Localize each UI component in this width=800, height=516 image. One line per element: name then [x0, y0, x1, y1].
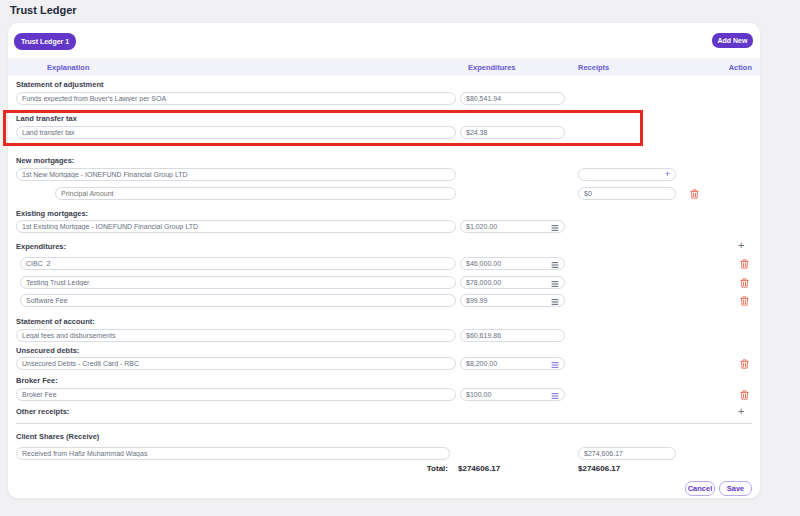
- land-transfer-tax-explanation-input[interactable]: [16, 126, 456, 139]
- total-label: Total:: [408, 464, 448, 473]
- expenditure-row-amount-input[interactable]: [460, 294, 565, 307]
- new-mortgage-explanation-input[interactable]: [16, 168, 456, 181]
- expenditure-row-explanation-input[interactable]: [20, 276, 456, 289]
- total-receipts-value: $274606.17: [578, 464, 620, 473]
- column-header-action: Action: [702, 63, 752, 72]
- tab-trust-ledger-1[interactable]: Trust Ledger 1: [14, 33, 76, 50]
- new-mortgage-receipt-input[interactable]: [578, 168, 676, 181]
- section-label-land-transfer-tax: Land transfer tax: [16, 114, 77, 123]
- principal-amount-input[interactable]: [55, 187, 456, 200]
- add-new-button[interactable]: Add New: [712, 33, 753, 48]
- breakdown-menu-icon[interactable]: [551, 296, 559, 306]
- section-label-unsecured-debts: Unsecured debts:: [16, 346, 79, 355]
- new-mortgage-receipt-field: +: [578, 168, 676, 181]
- delete-expenditure-button[interactable]: [740, 296, 749, 306]
- broker-fee-expenditure-field: [460, 388, 565, 401]
- broker-fee-expenditure-input[interactable]: [460, 388, 565, 401]
- section-label-other-receipts: Other receipts:: [16, 407, 69, 416]
- delete-unsecured-debt-button[interactable]: [740, 359, 749, 369]
- breakdown-menu-icon[interactable]: [551, 359, 559, 369]
- statement-of-adjustment-explanation-input[interactable]: [16, 92, 456, 105]
- page-title: Trust Ledger: [10, 4, 77, 16]
- trust-ledger-card: Trust Ledger 1 Add New Explanation Expen…: [8, 23, 760, 498]
- delete-broker-fee-button[interactable]: [740, 390, 749, 400]
- section-label-statement-of-account: Statement of account:: [16, 317, 95, 326]
- delete-principal-button[interactable]: [690, 189, 699, 199]
- trash-icon: [740, 390, 749, 400]
- delete-expenditure-button[interactable]: [740, 278, 749, 288]
- existing-mortgage-expenditure-field: [460, 220, 565, 233]
- add-other-receipt-button[interactable]: +: [738, 406, 744, 416]
- trash-icon: [740, 278, 749, 288]
- trash-icon: [690, 189, 699, 199]
- expenditure-row-explanation-input[interactable]: [20, 294, 456, 307]
- breakdown-menu-icon[interactable]: [551, 259, 559, 269]
- column-header-explanation: Explanation: [47, 63, 90, 72]
- client-shares-receipt-input[interactable]: [578, 447, 676, 460]
- section-label-expenditures: Expenditures:: [16, 242, 66, 251]
- expenditure-row-amount-field: [460, 294, 565, 307]
- column-header-band: [8, 58, 760, 75]
- principal-receipt-input[interactable]: [578, 187, 676, 200]
- existing-mortgage-explanation-input[interactable]: [16, 220, 456, 233]
- expenditure-row-amount-field: [460, 276, 565, 289]
- land-transfer-tax-expenditure-input[interactable]: [460, 126, 565, 139]
- section-label-broker-fee: Broker Fee:: [16, 376, 58, 385]
- client-shares-explanation-input[interactable]: [16, 447, 450, 460]
- section-divider: [16, 423, 752, 424]
- total-expenditures-value: $274606.17: [458, 464, 500, 473]
- statement-of-account-explanation-input[interactable]: [16, 329, 456, 342]
- add-expenditure-button[interactable]: +: [738, 240, 744, 250]
- expenditure-row-amount-input[interactable]: [460, 257, 565, 270]
- section-label-statement-of-adjustment: Statement of adjustment: [16, 80, 104, 89]
- save-button[interactable]: Save: [719, 481, 752, 496]
- column-header-expenditures: Expenditures: [468, 63, 516, 72]
- breakdown-menu-icon[interactable]: [551, 222, 559, 232]
- unsecured-debts-expenditure-field: [460, 357, 565, 370]
- add-principal-icon[interactable]: +: [665, 170, 670, 179]
- statement-of-account-expenditure-input[interactable]: [460, 329, 565, 342]
- unsecured-debts-explanation-input[interactable]: [16, 357, 456, 370]
- trust-ledger-page: Trust Ledger Trust Ledger 1 Add New Expl…: [0, 0, 800, 516]
- unsecured-debts-expenditure-input[interactable]: [460, 357, 565, 370]
- section-label-client-shares: Client Shares (Receive): [16, 432, 99, 441]
- trash-icon: [740, 359, 749, 369]
- section-label-new-mortgages: New mortgages:: [16, 156, 74, 165]
- breakdown-menu-icon[interactable]: [551, 278, 559, 288]
- expenditure-row-amount-field: [460, 257, 565, 270]
- broker-fee-explanation-input[interactable]: [16, 388, 456, 401]
- delete-expenditure-button[interactable]: [740, 259, 749, 269]
- expenditure-row-amount-input[interactable]: [460, 276, 565, 289]
- trash-icon: [740, 259, 749, 269]
- cancel-button[interactable]: Cancel: [685, 481, 715, 496]
- trash-icon: [740, 296, 749, 306]
- column-header-receipts: Receipts: [578, 63, 609, 72]
- section-label-existing-mortgages: Existing mortgages:: [16, 209, 88, 218]
- expenditure-row-explanation-input[interactable]: [20, 257, 456, 270]
- statement-of-adjustment-expenditure-input[interactable]: [460, 92, 565, 105]
- breakdown-menu-icon[interactable]: [551, 390, 559, 400]
- existing-mortgage-expenditure-input[interactable]: [460, 220, 565, 233]
